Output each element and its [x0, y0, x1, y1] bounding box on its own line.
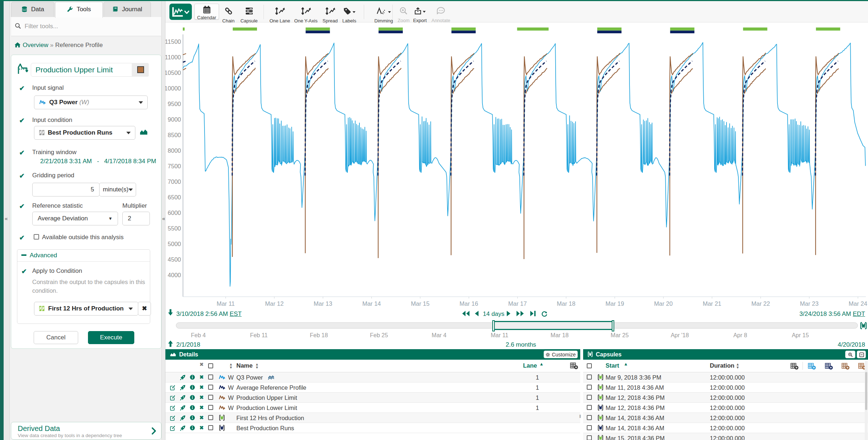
svg-text:5500: 5500 — [168, 225, 181, 232]
svg-text:10500: 10500 — [165, 69, 181, 76]
svg-text:Mar 21: Mar 21 — [703, 300, 721, 307]
svg-text:4000: 4000 — [168, 272, 181, 278]
svg-text:Mar 18: Mar 18 — [557, 300, 575, 307]
svg-text:10000: 10000 — [165, 85, 181, 92]
svg-text:7000: 7000 — [168, 178, 181, 185]
svg-text:Mar 14: Mar 14 — [362, 300, 381, 307]
svg-text:Mar 24: Mar 24 — [849, 300, 867, 307]
svg-text:Mar 23: Mar 23 — [800, 300, 818, 307]
svg-text:11500: 11500 — [165, 38, 181, 45]
svg-text:7500: 7500 — [168, 163, 181, 169]
svg-text:Mar 11: Mar 11 — [216, 300, 235, 307]
svg-text:Mar 22: Mar 22 — [751, 300, 770, 307]
svg-text:6500: 6500 — [168, 194, 181, 200]
svg-text:8000: 8000 — [168, 147, 181, 154]
svg-text:Mar 17: Mar 17 — [508, 300, 527, 307]
svg-text:Mar 19: Mar 19 — [606, 300, 624, 307]
svg-text:6000: 6000 — [168, 210, 181, 216]
svg-text:9500: 9500 — [168, 101, 181, 107]
svg-text:9000: 9000 — [168, 116, 181, 123]
svg-text:Mar 13: Mar 13 — [314, 300, 332, 307]
svg-text:Mar 12: Mar 12 — [265, 300, 283, 307]
svg-text:Mar 20: Mar 20 — [654, 300, 673, 307]
svg-text:8500: 8500 — [168, 132, 181, 138]
svg-text:5000: 5000 — [168, 241, 181, 247]
svg-text:Mar 16: Mar 16 — [460, 300, 478, 307]
svg-text:11000: 11000 — [165, 54, 181, 60]
svg-text:4500: 4500 — [168, 256, 181, 263]
svg-text:Mar 15: Mar 15 — [411, 300, 429, 307]
